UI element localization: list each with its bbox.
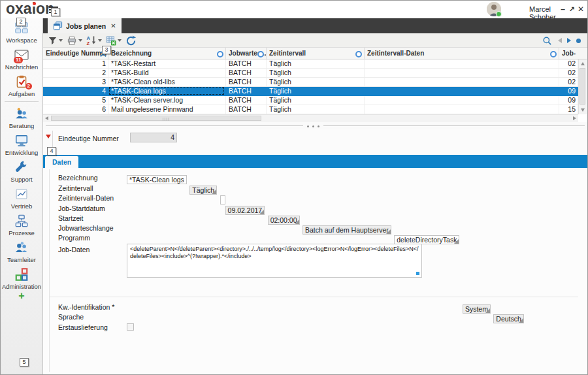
column-header-job[interactable]: Job- <box>559 48 578 59</box>
wrench-icon <box>13 159 30 175</box>
export-button[interactable] <box>105 35 122 46</box>
sidebar-item-administration[interactable]: Administration <box>1 265 42 291</box>
current-record-dot[interactable] <box>576 39 581 43</box>
envelope-icon: 11 <box>13 47 30 63</box>
column-header-zeitintervall-daten[interactable]: Zeitintervall-Daten <box>365 48 559 59</box>
sort-az-icon: AZ <box>86 35 97 46</box>
jobwarteschlange-label: Jobwarteschlange <box>58 223 114 233</box>
sidebar-item-beratung[interactable]: Beratung <box>1 104 42 131</box>
sidebar-item-support[interactable]: Support <box>1 157 42 184</box>
column-header-jobwarteschlange[interactable]: Jobwartes... <box>226 48 267 59</box>
cell-nr: 5 <box>43 96 108 105</box>
table-row-2[interactable]: 2 *TASK-Build BATCH Täglich 02 <box>43 69 578 78</box>
sidebar-item-label: Support <box>10 176 32 183</box>
tab-close-icon[interactable]: ✕ <box>110 22 116 29</box>
search-button[interactable] <box>542 35 553 46</box>
column-header-eindeutige-nummer[interactable]: Eindeutige Nummer <box>43 48 108 59</box>
table-row-6[interactable]: 6 Mail ungelesene Pinnwand BATCH Täglich… <box>43 105 578 114</box>
minimize-button[interactable]: – <box>561 5 565 14</box>
jobs-table: Eindeutige Nummer Bezeichnung Jobwartes.… <box>43 48 587 122</box>
refresh-button[interactable] <box>125 35 137 47</box>
print-dropdown-caret[interactable] <box>78 39 82 42</box>
sort-dropdown-caret[interactable] <box>98 39 102 42</box>
sidebar-item-nachrichten[interactable]: 11 Nachrichten <box>1 45 42 72</box>
scroll-up-arrow[interactable] <box>581 62 585 65</box>
sidebar-item-aufgaben[interactable]: 2 Aufgaben <box>1 72 42 99</box>
horizontal-scrollbar[interactable] <box>43 114 578 122</box>
table-header-row: Eindeutige Nummer Bezeichnung Jobwartes.… <box>43 48 587 59</box>
sidebar-item-prozesse[interactable]: Prozesse <box>1 211 42 238</box>
bezeichnung-input[interactable]: *TASK-Clean logs <box>127 175 187 184</box>
annotation-marker-1: 1 <box>51 8 60 16</box>
splitter-dots[interactable] <box>303 123 323 127</box>
tab-jobs-planen[interactable]: Jobs planen ✕ <box>48 18 122 33</box>
column-options-icon[interactable] <box>257 51 264 57</box>
form-group-divider <box>49 297 578 297</box>
column-options-icon[interactable] <box>217 51 223 57</box>
search-icon <box>542 36 552 46</box>
resize-handle-icon[interactable] <box>416 272 419 275</box>
scroll-down-arrow[interactable] <box>581 108 585 112</box>
topbar: oxaion Marcel Schober – ↗ ✕ <box>1 1 587 18</box>
table-row-4-selected[interactable]: 4 *TASK-Clean logs BATCH Täglich 09 <box>43 87 578 96</box>
scroll-grip <box>163 118 169 121</box>
tab-daten[interactable]: Daten <box>45 156 78 168</box>
column-options-icon[interactable] <box>355 51 362 57</box>
kw-identifikation-label: Kw.-Identifikation * <box>58 302 114 312</box>
sidebar-item-entwicklung[interactable]: Entwicklung <box>1 131 42 157</box>
jobwarteschlange-select[interactable]: Batch auf dem Hauptserver <box>302 225 391 235</box>
sidebar-item-label: Teamleiter <box>7 256 36 263</box>
vertical-scroll-thumb[interactable] <box>580 68 585 105</box>
horizontal-scroll-thumb[interactable] <box>51 116 261 121</box>
cell-bezeichnung-focused: *TASK-Clean logs <box>108 87 226 95</box>
sprache-select[interactable]: Deutsch <box>493 314 524 323</box>
add-module-button[interactable]: + <box>1 291 42 301</box>
people-consulting-icon <box>13 106 30 122</box>
detail-tab-bar: Daten <box>43 155 587 168</box>
column-options-icon[interactable] <box>550 51 557 57</box>
job-startdatum-input[interactable]: 09.02.2017 <box>225 206 265 215</box>
sort-button[interactable]: AZ <box>86 35 103 46</box>
sidebar-item-label: Entwicklung <box>5 149 39 156</box>
user-avatar[interactable] <box>487 2 501 16</box>
column-label: Job- <box>562 50 576 57</box>
next-record-arrow[interactable] <box>567 38 571 43</box>
filter-dropdown-caret[interactable] <box>59 39 63 42</box>
zeitintervall-daten-label: Zeitintervall-Daten <box>58 193 114 203</box>
startzeit-label: Startzeit <box>58 214 84 223</box>
vertical-scrollbar[interactable] <box>578 59 587 114</box>
export-dropdown-caret[interactable] <box>118 39 122 42</box>
sidebar-item-teamleiter[interactable]: Teamleiter <box>1 238 42 265</box>
cell-bezeichnung: Mail ungelesene Pinnwand <box>108 105 226 114</box>
splitter-handle[interactable] <box>43 122 587 129</box>
scroll-right-arrow[interactable] <box>573 116 576 120</box>
filter-button[interactable] <box>47 35 63 46</box>
cell-queue: BATCH <box>226 87 267 95</box>
app-logo: oxaion <box>6 0 54 18</box>
programm-input[interactable]: deleteDirectoryTask <box>394 235 459 244</box>
cell-job: 02 <box>559 69 578 77</box>
previous-record-arrow[interactable] <box>558 38 562 43</box>
print-button[interactable] <box>66 35 83 46</box>
column-header-bezeichnung[interactable]: Bezeichnung <box>108 48 226 59</box>
column-header-zeitintervall[interactable]: Zeitintervall <box>267 48 365 59</box>
erstauslieferung-checkbox[interactable] <box>127 323 134 331</box>
table-row-3[interactable]: 3 *TASK-Clean old-libs BATCH Täglich 02 <box>43 78 578 87</box>
logo-red-dot-icon <box>33 2 36 5</box>
startzeit-input[interactable]: 02:00:00 <box>268 216 300 225</box>
zeitintervall-select[interactable]: Täglich <box>189 186 217 195</box>
collapse-marker-icon[interactable] <box>46 135 51 139</box>
cell-bezeichnung: *TASK-Clean old-libs <box>108 78 226 86</box>
table-row-1[interactable]: 1 *TASK-Restart BATCH Täglich 02 <box>43 59 578 69</box>
close-window-button[interactable]: ✕ <box>578 5 584 14</box>
table-row-5[interactable]: 5 *TASK-Clean server.log BATCH Täglich 0… <box>43 96 578 105</box>
sidebar-item-vertrieb[interactable]: Vertrieb <box>1 184 42 211</box>
scroll-left-arrow[interactable] <box>45 116 48 120</box>
cell-interval: Täglich <box>267 78 365 86</box>
cell-queue: BATCH <box>226 105 267 114</box>
job-daten-textarea[interactable]: <deleteParent>N</deleteParent><directory… <box>127 244 422 278</box>
tab-title: Jobs planen <box>66 22 106 30</box>
maximize-button[interactable]: ↗ <box>569 5 575 14</box>
kw-identifikation-select[interactable]: System <box>463 304 491 314</box>
zeitintervall-daten-input[interactable] <box>220 195 225 204</box>
